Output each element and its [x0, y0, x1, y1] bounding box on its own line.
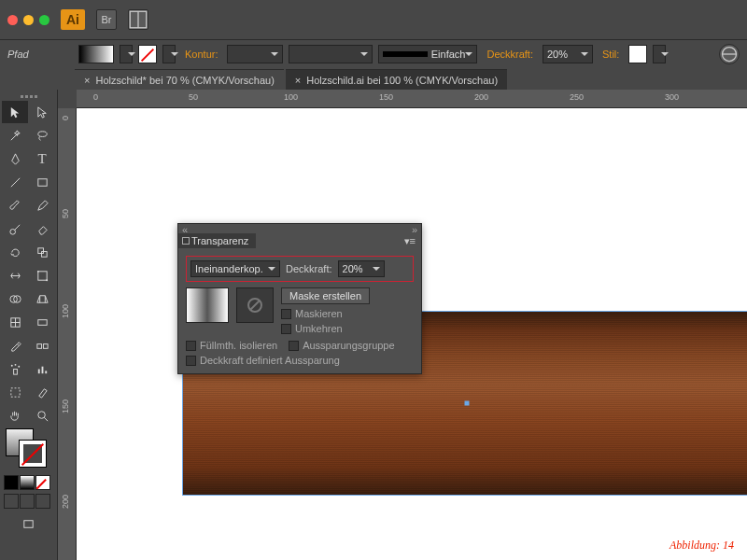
- window-traffic-lights[interactable]: [7, 15, 49, 25]
- ruler-tick: 0: [61, 116, 70, 120]
- line-tool[interactable]: [2, 171, 28, 193]
- svg-line-34: [250, 301, 260, 310]
- pen-tool[interactable]: [2, 147, 28, 170]
- document-tab-1[interactable]: ×Holzschild* bei 70 % (CMYK/Vorschau): [75, 69, 284, 90]
- fill-stroke-control[interactable]: [4, 428, 53, 471]
- knockout-label: Aussparungsgruppe: [303, 340, 394, 351]
- horizontal-ruler[interactable]: 0 50 100 150 200 250 300: [77, 90, 747, 108]
- zoom-window-icon[interactable]: [39, 15, 49, 25]
- panel-menu-icon[interactable]: ▾≡: [399, 233, 421, 249]
- transparency-panel[interactable]: «» Transparenz▾≡ Ineinanderkop. Deckkraf…: [177, 223, 422, 374]
- object-thumbnail[interactable]: [186, 287, 229, 323]
- create-mask-button[interactable]: Maske erstellen: [281, 287, 370, 304]
- invert-label: Umkehren: [295, 323, 343, 334]
- direct-selection-tool[interactable]: [29, 101, 55, 123]
- stroke-profile-dropdown[interactable]: [289, 45, 373, 63]
- stroke-dropdown[interactable]: [162, 45, 176, 63]
- isolate-blend-checkbox[interactable]: Füllmth. isolieren: [186, 340, 277, 351]
- app-badge: Ai: [61, 9, 85, 30]
- stroke-label: Kontur:: [181, 49, 221, 60]
- shape-builder-tool[interactable]: [2, 287, 28, 310]
- mask-thumbnail[interactable]: [236, 287, 274, 323]
- svg-rect-29: [10, 387, 19, 396]
- color-mode[interactable]: [4, 475, 19, 490]
- tool-panel: T: [0, 90, 58, 560]
- gradient-mode[interactable]: [20, 475, 35, 490]
- blend-mode-dropdown[interactable]: Ineinanderkop.: [190, 260, 280, 277]
- none-mode[interactable]: [35, 475, 50, 490]
- ruler-tick: 200: [474, 92, 488, 102]
- selection-tool[interactable]: [2, 101, 28, 123]
- draw-normal[interactable]: [4, 494, 19, 509]
- paintbrush-tool[interactable]: [2, 194, 28, 217]
- stroke-weight-dropdown[interactable]: [227, 45, 283, 63]
- arrange-icon: [129, 10, 148, 29]
- stroke-swatch[interactable]: [138, 45, 157, 63]
- mesh-tool[interactable]: [2, 311, 28, 333]
- draw-inside[interactable]: [35, 494, 50, 509]
- artboard-tool[interactable]: [2, 381, 28, 403]
- panel-close-icon[interactable]: »: [412, 224, 417, 233]
- doc-setup-button[interactable]: [719, 44, 740, 64]
- svg-line-8: [14, 224, 20, 230]
- svg-point-4: [37, 131, 46, 136]
- draw-behind[interactable]: [20, 494, 35, 509]
- panel-opacity-dropdown[interactable]: 20%: [338, 260, 385, 277]
- no-mask-icon: [246, 296, 264, 315]
- fill-swatch[interactable]: [78, 45, 114, 63]
- fill-dropdown[interactable]: [120, 45, 133, 63]
- close-window-icon[interactable]: [7, 15, 18, 25]
- brush-name: Einfach: [431, 49, 466, 60]
- brush-preview: [383, 51, 427, 57]
- gradient-tool[interactable]: [29, 311, 55, 333]
- pencil-tool[interactable]: [29, 194, 55, 217]
- bridge-button[interactable]: Br: [96, 9, 117, 30]
- slice-tool[interactable]: [29, 381, 55, 403]
- brush-dropdown[interactable]: Einfach: [378, 45, 477, 63]
- scale-tool[interactable]: [29, 241, 55, 263]
- tab-label: Holzschild.ai bei 100 % (CMYK/Vorschau): [306, 75, 498, 86]
- ruler-tick: 0: [93, 92, 98, 102]
- ruler-tick: 150: [61, 399, 70, 413]
- eyedropper-tool[interactable]: [2, 334, 28, 357]
- blend-tool[interactable]: [29, 334, 55, 357]
- column-graph-tool[interactable]: [29, 357, 55, 380]
- svg-rect-21: [43, 343, 48, 348]
- minimize-window-icon[interactable]: [23, 15, 34, 25]
- document-tab-2[interactable]: ×Holzschild.ai bei 100 % (CMYK/Vorschau): [286, 69, 507, 90]
- vertical-ruler[interactable]: 0 50 100 150 200: [58, 108, 77, 560]
- magic-wand-tool[interactable]: [2, 124, 28, 147]
- opacity-dropdown[interactable]: 20%: [543, 45, 593, 63]
- symbol-sprayer-tool[interactable]: [2, 357, 28, 380]
- perspective-grid-tool[interactable]: [29, 287, 55, 310]
- panel-collapse-icon[interactable]: «: [182, 224, 188, 233]
- stroke-box[interactable]: [19, 440, 47, 468]
- free-transform-tool[interactable]: [29, 264, 55, 287]
- opacity-defines-knockout-checkbox[interactable]: Deckkraft definiert Aussparung: [186, 355, 414, 366]
- close-tab-icon[interactable]: ×: [84, 75, 90, 86]
- svg-rect-27: [41, 366, 43, 373]
- panel-tab[interactable]: Transparenz: [178, 233, 256, 248]
- blob-brush-tool[interactable]: [2, 217, 28, 240]
- close-tab-icon[interactable]: ×: [295, 75, 301, 86]
- svg-rect-6: [37, 178, 46, 186]
- lasso-tool[interactable]: [29, 124, 55, 147]
- width-tool[interactable]: [2, 264, 28, 287]
- create-mask-label: Maske erstellen: [289, 290, 361, 301]
- type-tool[interactable]: T: [29, 147, 55, 170]
- svg-rect-9: [37, 247, 43, 253]
- style-label: Stil:: [599, 49, 623, 60]
- style-dropdown[interactable]: [653, 45, 666, 63]
- zoom-tool[interactable]: [29, 404, 55, 427]
- rotate-tool[interactable]: [2, 241, 28, 263]
- style-swatch[interactable]: [628, 45, 647, 63]
- ruler-tick: 200: [61, 495, 70, 509]
- selection-handle[interactable]: [464, 401, 469, 406]
- knockout-group-checkbox[interactable]: Aussparungsgruppe: [289, 340, 394, 351]
- eraser-tool[interactable]: [29, 217, 55, 240]
- panel-grip[interactable]: [2, 91, 55, 101]
- arrange-documents-button[interactable]: [128, 9, 148, 30]
- hand-tool[interactable]: [2, 404, 28, 427]
- screen-mode[interactable]: [2, 512, 55, 535]
- rectangle-tool[interactable]: [29, 171, 55, 193]
